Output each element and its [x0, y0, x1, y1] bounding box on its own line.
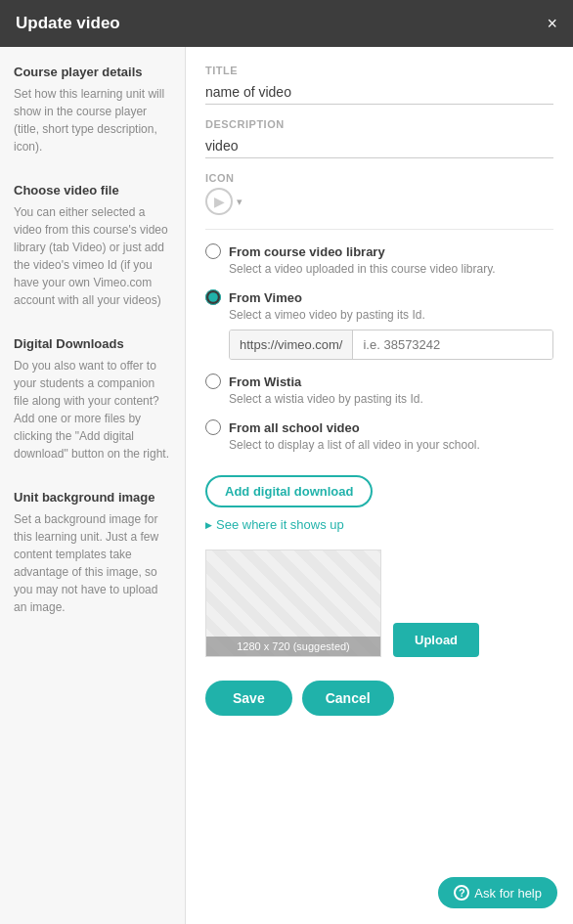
radio-desc-all-school: Select to display a list of all video in… [229, 438, 553, 452]
modal-title: Update video [16, 14, 120, 33]
sidebar-heading-unit-bg: Unit background image [14, 490, 171, 505]
close-button[interactable]: × [547, 15, 557, 32]
sidebar-text-digital-downloads: Do you also want to offer to your studen… [14, 357, 171, 462]
icon-row: ▶ ▾ [205, 188, 553, 215]
sidebar-heading-choose-video: Choose video file [14, 183, 171, 198]
title-field-group: TITLE [205, 65, 553, 105]
radio-row-all-school: From all school video [205, 419, 553, 435]
radio-desc-wistia: Select a wistia video by pasting its Id. [229, 392, 553, 406]
cancel-button[interactable]: Cancel [302, 681, 394, 716]
ask-for-help-button[interactable]: ? Ask for help [438, 877, 557, 908]
description-field-group: DESCRIPTION [205, 118, 553, 158]
radio-row-vimeo: From Vimeo [205, 289, 553, 305]
radio-option-course-library: From course video library Select a video… [205, 243, 553, 276]
radio-label-course-library: From course video library [229, 244, 385, 259]
sidebar-section-digital-downloads: Digital Downloads Do you also want to of… [14, 336, 171, 462]
radio-vimeo[interactable] [205, 289, 221, 305]
icon-label: ICON [205, 172, 553, 184]
radio-all-school[interactable] [205, 419, 221, 435]
see-where-link[interactable]: See where it shows up [205, 517, 553, 532]
radio-wistia[interactable] [205, 374, 221, 389]
title-input[interactable] [205, 80, 553, 105]
radio-option-all-school: From all school video Select to display … [205, 419, 553, 452]
sidebar-text-choose-video: You can either selected a video from thi… [14, 203, 171, 309]
divider-1 [205, 229, 553, 230]
sidebar-section-unit-bg: Unit background image Set a background i… [14, 490, 171, 616]
radio-label-all-school: From all school video [229, 420, 360, 435]
image-preview: 1280 x 720 (suggested) [205, 550, 381, 657]
sidebar-section-choose-video: Choose video file You can either selecte… [14, 183, 171, 309]
sidebar: Course player details Set how this learn… [0, 47, 186, 924]
radio-label-vimeo: From Vimeo [229, 290, 302, 305]
icon-field-group: ICON ▶ ▾ [205, 172, 553, 215]
vimeo-prefix: https://vimeo.com/ [230, 330, 353, 359]
add-digital-download-button[interactable]: Add digital download [205, 475, 373, 507]
modal: Update video × Course player details Set… [0, 0, 573, 924]
video-options: From course video library Select a video… [205, 243, 553, 452]
radio-desc-vimeo: Select a vimeo video by pasting its Id. [229, 308, 553, 322]
image-suggestion-label: 1280 x 720 (suggested) [206, 637, 380, 656]
vimeo-id-input[interactable] [353, 330, 552, 359]
radio-label-wistia: From Wistia [229, 374, 301, 389]
action-row: Save Cancel [205, 681, 553, 716]
radio-row-course-library: From course video library [205, 243, 553, 259]
description-input[interactable] [205, 134, 553, 158]
sidebar-heading-digital-downloads: Digital Downloads [14, 336, 171, 351]
save-button[interactable]: Save [205, 681, 292, 716]
radio-course-library[interactable] [205, 243, 221, 259]
title-label: TITLE [205, 65, 553, 76]
description-label: DESCRIPTION [205, 118, 553, 130]
radio-option-wistia: From Wistia Select a wistia video by pas… [205, 374, 553, 406]
image-section: 1280 x 720 (suggested) Upload [205, 550, 553, 657]
upload-button[interactable]: Upload [393, 623, 479, 657]
sidebar-text-unit-bg: Set a background image for this learning… [14, 510, 171, 616]
radio-option-vimeo: From Vimeo Select a vimeo video by pasti… [205, 289, 553, 360]
sidebar-section-course-player: Course player details Set how this learn… [14, 65, 171, 155]
radio-row-wistia: From Wistia [205, 374, 553, 389]
help-label: Ask for help [474, 886, 542, 901]
vimeo-input-row: https://vimeo.com/ [229, 330, 553, 360]
image-row: 1280 x 720 (suggested) Upload [205, 550, 553, 657]
icon-dropdown-arrow[interactable]: ▾ [237, 196, 242, 208]
help-icon: ? [454, 885, 469, 901]
modal-header: Update video × [0, 0, 573, 47]
radio-desc-course-library: Select a video uploaded in this course v… [229, 262, 553, 276]
play-icon: ▶ [205, 188, 233, 215]
sidebar-text-course-player: Set how this learning unit will show in … [14, 85, 171, 155]
footer-spacer [205, 716, 553, 765]
modal-body: Course player details Set how this learn… [0, 47, 573, 924]
main-content: TITLE DESCRIPTION ICON ▶ ▾ [186, 47, 573, 924]
sidebar-heading-course-player: Course player details [14, 65, 171, 79]
